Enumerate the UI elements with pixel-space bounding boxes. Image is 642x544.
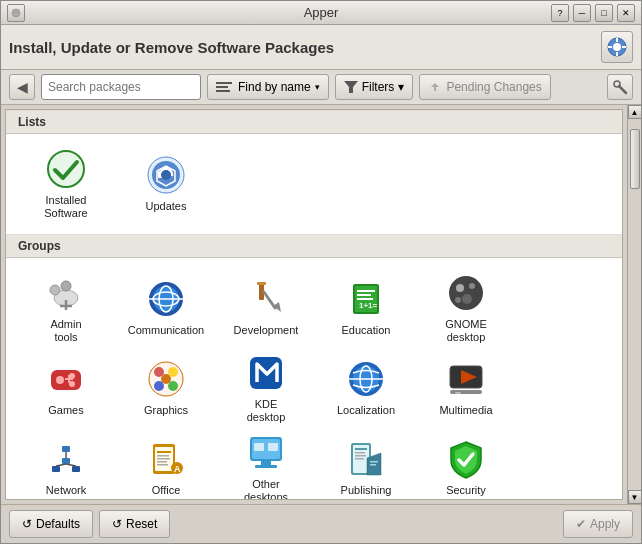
games-item[interactable]: Games [16, 348, 116, 428]
svg-point-19 [50, 285, 60, 295]
reset-icon: ↺ [112, 517, 122, 531]
communication-icon [145, 278, 187, 320]
lists-grid: InstalledSoftware [6, 134, 622, 234]
svg-rect-5 [608, 46, 612, 48]
svg-marker-10 [344, 81, 358, 93]
scroll-up-button[interactable]: ▲ [628, 105, 642, 119]
svg-rect-4 [616, 52, 618, 56]
kde-desktop-icon [245, 352, 287, 394]
groups-grid: Admintools Communication [6, 258, 622, 500]
svg-rect-9 [216, 90, 230, 92]
svg-rect-73 [157, 451, 171, 453]
office-item[interactable]: A Office [116, 428, 216, 500]
admin-tools-icon [45, 272, 87, 314]
pending-changes-label: Pending Changes [446, 80, 541, 94]
network-item[interactable]: Network [16, 428, 116, 500]
help-button[interactable]: ? [551, 4, 569, 22]
scroll-thumb[interactable] [630, 129, 640, 189]
filters-button[interactable]: Filters ▾ [335, 74, 414, 100]
network-icon [45, 438, 87, 480]
pending-changes-button[interactable]: Pending Changes [419, 74, 550, 100]
svg-rect-6 [622, 46, 626, 48]
installed-software-item[interactable]: InstalledSoftware [16, 144, 116, 224]
graphics-label: Graphics [144, 404, 188, 417]
window-title: Apper [304, 5, 339, 20]
find-by-name-label: Find by name [238, 80, 311, 94]
svg-text:A: A [174, 464, 181, 474]
back-button[interactable]: ◀ [9, 74, 35, 100]
office-icon: A [145, 438, 187, 480]
reset-label: Reset [126, 517, 157, 531]
window-menu-button[interactable] [7, 4, 25, 22]
svg-point-41 [462, 294, 472, 304]
scroll-track[interactable] [629, 119, 641, 490]
svg-rect-89 [355, 452, 365, 454]
network-label: Network [46, 484, 86, 497]
svg-line-70 [66, 464, 76, 466]
localization-label: Localization [337, 404, 395, 417]
svg-rect-35 [357, 294, 371, 296]
filter-dropdown-arrow: ▾ [398, 80, 404, 94]
gnome-desktop-label: GNOMEdesktop [445, 318, 487, 344]
svg-point-2 [613, 43, 621, 51]
education-item[interactable]: 1+1= Education [316, 268, 416, 348]
admin-tools-item[interactable]: Admintools [16, 268, 116, 348]
svg-text:1+1=: 1+1= [359, 301, 378, 310]
other-desktops-item[interactable]: Otherdesktops [216, 428, 316, 500]
communication-label: Communication [128, 324, 204, 337]
svg-rect-91 [355, 458, 364, 460]
find-dropdown-arrow: ▾ [315, 82, 320, 92]
updates-item[interactable]: Updates [116, 144, 216, 224]
search-input[interactable] [41, 74, 201, 100]
svg-point-44 [56, 376, 64, 384]
multimedia-icon [445, 358, 487, 400]
games-label: Games [48, 404, 83, 417]
apply-button[interactable]: ✔ Apply [563, 510, 633, 538]
svg-rect-64 [52, 466, 60, 472]
defaults-icon: ↺ [22, 517, 32, 531]
bottom-bar: ↺ Defaults ↺ Reset ✔ Apply [1, 504, 641, 543]
filters-label: Filters [362, 80, 395, 94]
publishing-label: Publishing [341, 484, 392, 497]
svg-rect-8 [216, 86, 228, 88]
publishing-item[interactable]: Publishing [316, 428, 416, 500]
svg-rect-3 [616, 38, 618, 42]
nav-bar: ◀ Find by name ▾ Filters ▾ Pending Chang… [1, 70, 641, 105]
svg-line-69 [56, 464, 66, 466]
office-label: Office [152, 484, 181, 497]
svg-rect-82 [261, 461, 271, 465]
scrollbar[interactable]: ▲ ▼ [627, 105, 641, 504]
close-button[interactable]: ✕ [617, 4, 635, 22]
maximize-button[interactable]: □ [595, 4, 613, 22]
admin-tools-label: Admintools [50, 318, 81, 344]
graphics-icon [145, 358, 187, 400]
svg-rect-63 [455, 392, 461, 394]
kde-desktop-item[interactable]: KDEdesktop [216, 348, 316, 428]
localization-item[interactable]: Localization [316, 348, 416, 428]
reset-button[interactable]: ↺ Reset [99, 510, 170, 538]
svg-rect-77 [157, 464, 168, 466]
development-item[interactable]: Development [216, 268, 316, 348]
svg-rect-7 [216, 82, 232, 84]
defaults-button[interactable]: ↺ Defaults [9, 510, 93, 538]
other-desktops-icon [245, 432, 287, 474]
svg-rect-74 [157, 455, 169, 457]
svg-rect-92 [370, 461, 378, 463]
games-icon [45, 358, 87, 400]
find-by-name-button[interactable]: Find by name ▾ [207, 74, 329, 100]
graphics-item[interactable]: Graphics [116, 348, 216, 428]
security-item[interactable]: Security [416, 428, 516, 500]
svg-rect-34 [357, 290, 375, 292]
communication-item[interactable]: Communication [116, 268, 216, 348]
app-settings-icon-button[interactable] [601, 31, 633, 63]
content-panel: Lists InstalledSoftware [5, 109, 623, 500]
scroll-down-button[interactable]: ▼ [628, 490, 642, 504]
multimedia-item[interactable]: Multimedia [416, 348, 516, 428]
wrench-button[interactable] [607, 74, 633, 100]
gnome-desktop-item[interactable]: GNOMEdesktop [416, 268, 516, 348]
title-bar: Apper ? ─ □ ✕ [1, 1, 641, 25]
education-label: Education [342, 324, 391, 337]
svg-point-16 [161, 170, 171, 180]
minimize-button[interactable]: ─ [573, 4, 591, 22]
apply-label: Apply [590, 517, 620, 531]
